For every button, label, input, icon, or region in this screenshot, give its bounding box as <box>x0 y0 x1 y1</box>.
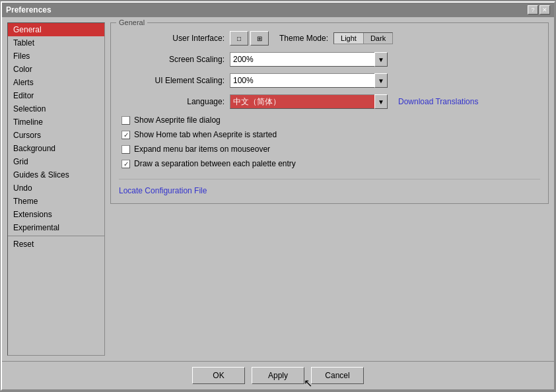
sidebar-item-alerts[interactable]: Alerts <box>8 76 104 89</box>
screen-scaling-arrow[interactable]: ▼ <box>374 52 388 67</box>
user-interface-label: User Interface: <box>119 34 225 43</box>
ui-element-scaling-arrow[interactable]: ▼ <box>374 73 388 88</box>
title-bar-buttons: ? ✕ <box>528 5 550 15</box>
screen-scaling-select[interactable]: 200% <box>230 52 375 67</box>
ui-element-scaling-select-wrapper: 100% ▼ <box>230 73 388 88</box>
sidebar-item-reset[interactable]: Reset <box>8 238 104 251</box>
apply-button[interactable]: Apply <box>252 367 304 384</box>
screen-scaling-select-wrapper: 200% ▼ <box>230 52 388 67</box>
sidebar-item-general[interactable]: General <box>8 23 104 36</box>
ui-style-buttons: □ ⊞ <box>230 31 269 46</box>
theme-mode-label: Theme Mode: <box>279 34 328 43</box>
apply-button-wrap: Apply ↖ <box>252 367 304 384</box>
sidebar-item-cursors[interactable]: Cursors <box>8 129 104 142</box>
language-select-wrapper: 中文（简体） ▼ <box>230 94 388 109</box>
locate-config-section: Locate Configuration File <box>119 179 540 195</box>
window-title: Preferences <box>6 5 52 15</box>
checkbox-draw-separation-label: Draw a separation between each palette e… <box>134 159 296 168</box>
checkbox-aseprite-file[interactable] <box>122 116 130 125</box>
language-label: Language: <box>119 97 225 106</box>
sidebar-item-guides-slices[interactable]: Guides & Slices <box>8 168 104 181</box>
preferences-dialog: Preferences ? ✕ General Tablet Files Col… <box>1 1 555 391</box>
checkbox-expand-menu[interactable] <box>122 145 130 154</box>
checkbox-home-tab[interactable] <box>122 131 130 139</box>
sidebar-item-editor[interactable]: Editor <box>8 89 104 102</box>
sidebar-item-color[interactable]: Color <box>8 63 104 76</box>
checkbox-aseprite-file-label: Show Aseprite file dialog <box>134 115 221 125</box>
ui-screen-button[interactable]: ⊞ <box>250 31 269 46</box>
close-button[interactable]: ✕ <box>539 5 550 15</box>
user-interface-row: User Interface: □ ⊞ Theme Mode: Light Da… <box>119 31 540 46</box>
sidebar: General Tablet Files Color Alerts Editor… <box>7 22 105 356</box>
sidebar-separator <box>8 236 104 236</box>
sidebar-item-experimental[interactable]: Experimental <box>8 221 104 234</box>
theme-dark-button[interactable]: Dark <box>364 33 392 44</box>
checkbox-home-tab-label: Show Home tab when Aseprite is started <box>134 130 277 139</box>
ui-element-scaling-label: UI Element Scaling: <box>119 76 225 85</box>
locate-config-link[interactable]: Locate Configuration File <box>119 186 207 195</box>
checkbox-row-draw-separation: Draw a separation between each palette e… <box>119 159 540 168</box>
ui-element-scaling-select[interactable]: 100% <box>230 73 375 88</box>
sidebar-item-background[interactable]: Background <box>8 142 104 155</box>
cancel-button[interactable]: Cancel <box>311 367 364 384</box>
sidebar-item-tablet[interactable]: Tablet <box>8 36 104 49</box>
language-arrow[interactable]: ▼ <box>374 94 388 109</box>
checkbox-row-expand-menu: Expand menu bar items on mouseover <box>119 145 540 154</box>
screen-scaling-label: Screen Scaling: <box>119 55 225 64</box>
language-row: Language: 中文（简体） ▼ Download Translations <box>119 94 540 109</box>
checkbox-row-aseprite-file: Show Aseprite file dialog <box>119 115 540 125</box>
checkbox-expand-menu-label: Expand menu bar items on mouseover <box>134 145 270 154</box>
theme-light-button[interactable]: Light <box>334 33 364 44</box>
sidebar-item-undo[interactable]: Undo <box>8 181 104 195</box>
ui-element-scaling-row: UI Element Scaling: 100% ▼ <box>119 73 540 88</box>
theme-mode-group: Light Dark <box>333 32 393 44</box>
download-translations-link[interactable]: Download Translations <box>398 97 478 106</box>
sidebar-item-selection[interactable]: Selection <box>8 102 104 115</box>
content-area: General User Interface: □ ⊞ Theme Mode: … <box>110 22 549 356</box>
dialog-body: General Tablet Files Color Alerts Editor… <box>2 17 554 361</box>
dialog-footer: OK Apply ↖ Cancel <box>2 361 554 389</box>
ok-button[interactable]: OK <box>192 367 245 384</box>
sidebar-item-extensions[interactable]: Extensions <box>8 208 104 221</box>
language-select[interactable]: 中文（简体） <box>230 94 375 109</box>
general-section: General User Interface: □ ⊞ Theme Mode: … <box>110 22 549 204</box>
sidebar-item-files[interactable]: Files <box>8 49 104 63</box>
section-title: General <box>116 18 147 26</box>
screen-scaling-row: Screen Scaling: 200% ▼ <box>119 52 540 67</box>
ui-window-button[interactable]: □ <box>230 31 248 46</box>
sidebar-item-theme[interactable]: Theme <box>8 195 104 208</box>
checkbox-row-home-tab: Show Home tab when Aseprite is started <box>119 130 540 139</box>
sidebar-item-timeline[interactable]: Timeline <box>8 115 104 129</box>
checkbox-draw-separation[interactable] <box>122 160 130 168</box>
sidebar-item-grid[interactable]: Grid <box>8 155 104 168</box>
title-bar: Preferences ? ✕ <box>2 3 554 17</box>
minimize-button[interactable]: ? <box>528 5 538 15</box>
